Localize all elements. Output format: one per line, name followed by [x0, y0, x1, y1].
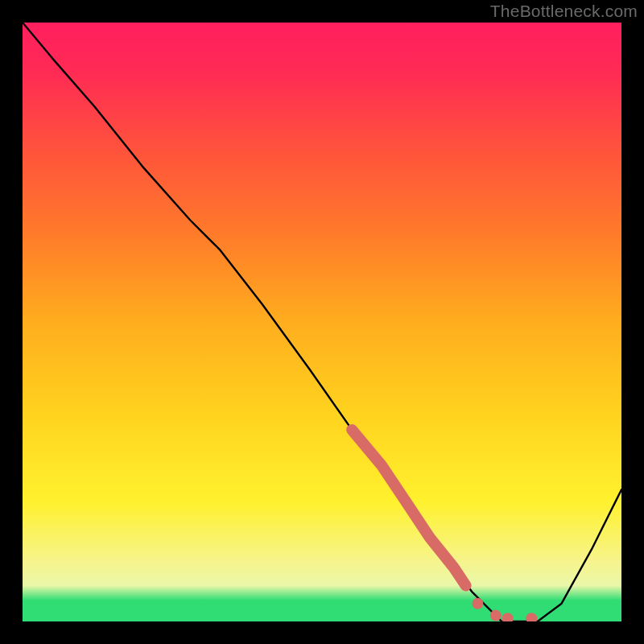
highlight-dot: [490, 610, 502, 621]
highlight-segment: [352, 430, 465, 586]
watermark-text: TheBottleneck.com: [490, 2, 638, 21]
highlight-dot: [526, 613, 537, 621]
bottleneck-curve: [23, 23, 621, 621]
chart-canvas: TheBottleneck.com: [0, 0, 644, 644]
plot-area: [23, 23, 621, 621]
highlight-dots: [472, 598, 537, 621]
highlight-dot: [472, 598, 483, 609]
highlight-dot: [502, 613, 514, 621]
curve-layer: [23, 23, 621, 621]
